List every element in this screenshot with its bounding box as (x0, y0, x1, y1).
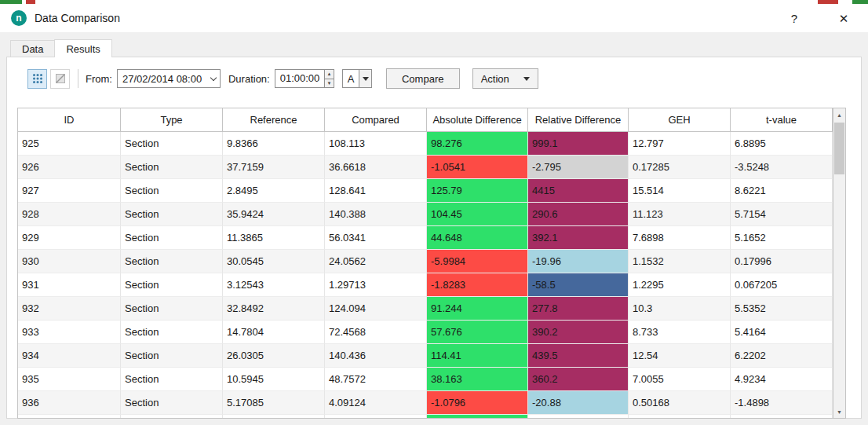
table-row[interactable]: 930Section30.054524.0562-5.9984-19.961.1… (18, 250, 833, 273)
cell-compared[interactable]: 36.6618 (325, 156, 427, 179)
cell-relative-difference[interactable]: -19.96 (528, 250, 629, 273)
cell-id[interactable]: 933 (18, 321, 121, 344)
cell-compared[interactable]: 124.094 (325, 297, 427, 321)
cell-t-value[interactable] (731, 415, 833, 418)
table-row[interactable]: 934Section26.0305140.436114.41439.512.54… (18, 344, 833, 368)
cell-relative-difference[interactable]: 290.6 (528, 203, 629, 226)
cell-type[interactable]: Section (121, 321, 223, 344)
vertical-scrollbar[interactable]: ▲ ▼ (833, 108, 845, 418)
cell-id[interactable]: 935 (18, 368, 121, 391)
cell-compared[interactable]: 140.436 (325, 344, 427, 368)
cell-reference[interactable]: 35.9424 (223, 203, 325, 226)
cell-compared[interactable]: 140.388 (325, 203, 427, 226)
cell-type[interactable]: Section (121, 344, 223, 368)
cell-id[interactable]: 929 (18, 226, 121, 250)
cell-reference[interactable]: 11.3865 (223, 226, 325, 250)
cell-id[interactable]: 934 (18, 344, 121, 368)
cell-geh[interactable]: 15.514 (629, 179, 731, 203)
cell-t-value[interactable]: 5.1652 (731, 226, 833, 250)
cell-id[interactable]: 927 (18, 179, 121, 203)
cell-geh[interactable] (629, 415, 731, 418)
table-row[interactable]: 929Section11.386556.034144.648392.17.689… (18, 226, 833, 250)
cell-absolute-difference[interactable]: 38.163 (427, 368, 528, 391)
duration-spinbox[interactable]: 01:00:00 ▲ ▼ (275, 69, 334, 88)
cell-absolute-difference[interactable]: 104.45 (427, 203, 528, 226)
tab-results[interactable]: Results (54, 39, 111, 57)
aggregation-dropdown[interactable]: A (342, 69, 372, 88)
scrollbar-down-button[interactable]: ▼ (833, 405, 845, 418)
cell-t-value[interactable]: 5.7154 (731, 203, 833, 226)
tab-data[interactable]: Data (10, 40, 55, 57)
cell-geh[interactable]: 12.797 (629, 132, 731, 156)
cell-compared[interactable]: 24.0562 (325, 250, 427, 273)
cell-reference[interactable]: 26.0305 (223, 344, 325, 368)
cell-compared[interactable]: 56.0341 (325, 226, 427, 250)
cell-relative-difference[interactable]: 360.2 (528, 368, 629, 391)
scrollbar-up-button[interactable]: ▲ (833, 108, 845, 121)
cell-absolute-difference[interactable]: 91.244 (427, 297, 528, 321)
column-header-geh[interactable]: GEH (629, 108, 731, 132)
action-dropdown-button[interactable]: Action (472, 68, 538, 89)
column-header-reference[interactable]: Reference (223, 108, 325, 132)
cell-type[interactable]: Section (121, 273, 223, 297)
cell-type[interactable]: Section (121, 203, 223, 226)
scrollbar-thumb[interactable] (834, 123, 844, 174)
cell-t-value[interactable]: -3.5248 (731, 156, 833, 179)
cell-reference[interactable]: 2.8495 (223, 179, 325, 203)
table-row[interactable]: 927Section2.8495128.641125.79441515.5148… (18, 179, 833, 203)
table-row[interactable]: 925Section9.8366108.11398.276999.112.797… (18, 132, 833, 156)
column-header-id[interactable]: ⌃ ID (18, 108, 121, 132)
cell-relative-difference[interactable]: -20.88 (528, 391, 629, 415)
cell-id[interactable]: 926 (18, 156, 121, 179)
cell-reference[interactable]: 10.5945 (223, 368, 325, 391)
cell-absolute-difference[interactable]: 125.79 (427, 179, 528, 203)
cell-id[interactable]: 936 (18, 391, 121, 415)
cell-type[interactable]: Section (121, 179, 223, 203)
table-row[interactable]: 932Section32.8492124.09491.244277.810.35… (18, 297, 833, 321)
cell-t-value[interactable]: 8.6221 (731, 179, 833, 203)
cell-reference[interactable]: 3.12543 (223, 273, 325, 297)
cell-relative-difference[interactable]: -58.5 (528, 273, 629, 297)
cell-t-value[interactable]: 6.2202 (731, 344, 833, 368)
cell-id[interactable] (18, 415, 121, 418)
cell-id[interactable]: 925 (18, 132, 121, 156)
cell-relative-difference[interactable]: 4415 (528, 179, 629, 203)
cell-t-value[interactable]: 4.9234 (731, 368, 833, 391)
column-header-type[interactable]: Type (121, 108, 223, 132)
from-datetime-combobox[interactable]: 27/02/2014 08:00 (117, 69, 221, 88)
cell-compared[interactable]: 4.09124 (325, 391, 427, 415)
cell-relative-difference[interactable]: 439.5 (528, 344, 629, 368)
cell-geh[interactable]: 12.54 (629, 344, 731, 368)
cell-absolute-difference[interactable]: -1.8283 (427, 273, 528, 297)
cell-reference[interactable]: 30.0545 (223, 250, 325, 273)
cell-relative-difference[interactable]: 277.8 (528, 297, 629, 321)
table-row[interactable]: 928Section35.9424140.388104.45290.611.12… (18, 203, 833, 226)
cell-id[interactable]: 932 (18, 297, 121, 321)
cell-type[interactable]: Section (121, 297, 223, 321)
cell-absolute-difference[interactable]: 44.648 (427, 226, 528, 250)
cell-relative-difference[interactable]: 999.1 (528, 132, 629, 156)
cell-reference[interactable] (223, 415, 325, 418)
cell-t-value[interactable]: 0.067205 (731, 273, 833, 297)
cell-type[interactable]: Section (121, 156, 223, 179)
table-row[interactable]: 931Section3.125431.29713-1.8283-58.51.22… (18, 273, 833, 297)
cell-compared[interactable] (325, 415, 427, 418)
cell-geh[interactable]: 0.17285 (629, 156, 731, 179)
cell-id[interactable]: 931 (18, 273, 121, 297)
cell-absolute-difference[interactable]: -1.0796 (427, 391, 528, 415)
column-header-relative-difference[interactable]: Relative Difference (528, 108, 629, 132)
cell-t-value[interactable]: 5.5352 (731, 297, 833, 321)
cell-geh[interactable]: 11.123 (629, 203, 731, 226)
cell-geh[interactable]: 10.3 (629, 297, 731, 321)
table-row[interactable]: 933Section14.780472.456857.676390.28.733… (18, 321, 833, 344)
cell-t-value[interactable]: 0.17996 (731, 250, 833, 273)
cell-absolute-difference[interactable]: 98.276 (427, 132, 528, 156)
cell-relative-difference[interactable]: 392.1 (528, 226, 629, 250)
cell-reference[interactable]: 5.17085 (223, 391, 325, 415)
cell-absolute-difference[interactable]: 114.41 (427, 344, 528, 368)
compare-button[interactable]: Compare (386, 68, 460, 89)
column-header-compared[interactable]: Compared (325, 108, 427, 132)
cell-compared[interactable]: 72.4568 (325, 321, 427, 344)
cell-relative-difference[interactable]: -2.795 (528, 156, 629, 179)
chart-view-button[interactable] (50, 69, 70, 89)
